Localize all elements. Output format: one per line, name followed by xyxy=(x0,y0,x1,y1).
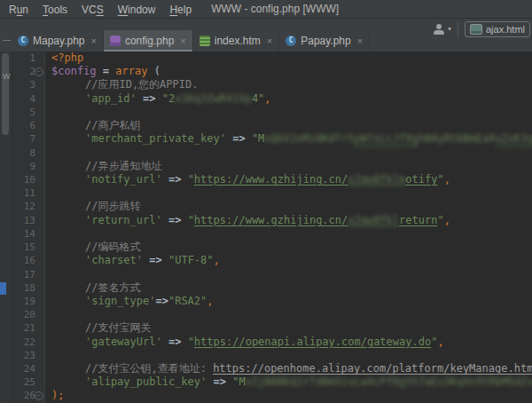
url-link[interactable]: https://www.gzhijing.cn/ xyxy=(194,173,348,186)
line-number: 9 xyxy=(12,160,35,173)
line-number: 15 xyxy=(12,241,35,254)
fold-icon[interactable]: − xyxy=(35,391,43,400)
code-editor[interactable]: W 1<?php2−$config = array (3//应用ID,您的APP… xyxy=(0,51,532,403)
line-number: 19 xyxy=(12,295,35,308)
code-segment xyxy=(162,336,168,348)
code-segment: x1Kq3ZwR41Xp xyxy=(175,92,252,105)
code-segment: 9tRbM5dZvJ xyxy=(476,375,532,388)
line-number: 12 xyxy=(12,200,35,213)
code-segment xyxy=(97,65,103,77)
menu-vcs[interactable]: VCS xyxy=(74,4,111,16)
menu-tools[interactable]: Tools xyxy=(35,4,74,16)
code-segment: => xyxy=(168,214,181,226)
code-line: 24//支付宝公钥,查看地址: https://openhome.alipay.… xyxy=(0,362,532,375)
line-number: 13 xyxy=(12,214,35,227)
code-segment: " xyxy=(188,173,194,186)
url-link[interactable]: https://openapi.alipay.com/gateway.do xyxy=(194,336,431,348)
menu-bar: RunToolsVCSWindowHelp WWW - config.php [… xyxy=(0,0,532,19)
close-icon[interactable]: × xyxy=(180,36,185,46)
code-text: 'merchant_private_key' => "MxQbV2nMz8KdT… xyxy=(85,132,532,146)
code-line: 5 xyxy=(0,106,532,119)
tab-papay-php[interactable]: CPapay.php× xyxy=(279,30,370,51)
url-link[interactable]: return xyxy=(399,214,437,226)
code-segment: , xyxy=(214,254,220,266)
code-line: 14 xyxy=(0,227,532,241)
menu-run[interactable]: Run xyxy=(2,4,35,16)
code-segment xyxy=(181,173,187,186)
code-line: 20 xyxy=(0,308,532,321)
ide-window: RunToolsVCSWindowHelp WWW - config.php [… xyxy=(0,0,532,403)
tab-label: Papay.php xyxy=(301,35,351,47)
code-segment: pW7sLcJf9g xyxy=(354,132,418,145)
code-text: //商户私钥 xyxy=(85,119,140,132)
code-text: 'notify_url' => "https://www.gzhijing.cn… xyxy=(85,173,450,186)
code-segment xyxy=(181,336,187,348)
chevron-down-icon[interactable]: ▾ xyxy=(448,26,451,33)
code-text: 'return_url' => "https://www.gzhijing.cn… xyxy=(85,214,450,227)
code-segment xyxy=(207,375,213,388)
code-segment: "M xyxy=(252,132,264,145)
url-link[interactable]: https://www.gzhijing.cn/ xyxy=(194,214,348,226)
code-segment: "RSA2" xyxy=(168,295,207,307)
code-segment: //签名方式 xyxy=(85,281,140,294)
line-number: 20 xyxy=(12,308,35,321)
code-line: 7'merchant_private_key' => "MxQbV2nMz8Kd… xyxy=(0,132,532,146)
tab-index-htm[interactable]: index.htm× xyxy=(193,30,279,51)
code-line: 3//应用ID,您的APPID. xyxy=(0,78,532,91)
code-line: 19'sign_type'=>"RSA2", xyxy=(0,295,532,308)
code-line: 22'gatewayUrl' => "https://openapi.alipa… xyxy=(0,336,532,349)
code-line: 16'charset' => "UTF-8", xyxy=(0,254,532,267)
code-line: 8 xyxy=(0,146,532,160)
code-text: 'gatewayUrl' => "https://openapi.alipay.… xyxy=(85,336,444,349)
url-link[interactable]: otify xyxy=(405,173,437,186)
line-number: 17 xyxy=(12,268,35,281)
url-link[interactable]: x2qw8fkl xyxy=(348,214,399,226)
run-configuration-box[interactable]: ajax.html xyxy=(465,21,530,37)
code-line: 4'app_id' => "2x1Kq3ZwR41Xp4", xyxy=(0,92,532,106)
close-icon[interactable]: × xyxy=(90,36,96,46)
code-line: 11 xyxy=(0,186,532,200)
code-segment: " xyxy=(188,214,194,226)
close-icon[interactable]: × xyxy=(267,36,272,46)
line-number: 8 xyxy=(12,146,35,160)
code-line: 12//同步跳转 xyxy=(0,200,532,213)
code-segment xyxy=(162,173,168,186)
tab-label: Mapay.php xyxy=(33,35,84,47)
code-line: 10'notify_url' => "https://www.gzhijing.… xyxy=(0,173,532,186)
code-segment: , xyxy=(437,336,443,348)
line-number: 18 xyxy=(12,281,35,295)
menu-window[interactable]: Window xyxy=(111,4,163,16)
tab-config-php[interactable]: config.php× xyxy=(104,30,193,51)
code-segment xyxy=(155,92,161,105)
code-text: //编码格式 xyxy=(85,241,140,254)
code-segment: => xyxy=(149,254,161,266)
fold-icon[interactable]: − xyxy=(35,67,43,76)
run-config-file-icon xyxy=(470,24,482,35)
code-line: 2−$config = array ( xyxy=(0,65,532,78)
code-text: //异步通知地址 xyxy=(85,160,161,173)
tabstrip-dash-icon: — xyxy=(3,36,11,44)
code-text: 'alipay_public_key' => "MxIjB6NkQ2rTd8mV… xyxy=(85,375,532,389)
code-line: 17 xyxy=(0,268,532,281)
tab-mapay-php[interactable]: CMapay.php× xyxy=(12,30,104,51)
line-number: 10 xyxy=(12,173,35,186)
url-link[interactable]: https://openhome.alipay.com/platform/key… xyxy=(213,362,532,375)
code-segment: 'return_url' xyxy=(85,214,162,226)
line-number: 24 xyxy=(12,362,35,375)
menu-help[interactable]: Help xyxy=(162,4,199,16)
close-icon[interactable]: × xyxy=(357,36,363,46)
code-segment: array xyxy=(115,65,147,77)
code-text: //应用ID,您的APPID. xyxy=(85,78,198,91)
tab-label: config.php xyxy=(125,35,174,47)
url-link[interactable]: x2qw8fklm xyxy=(348,173,405,186)
code-segment: "2 xyxy=(162,92,175,105)
user-profile-icon[interactable] xyxy=(434,24,444,35)
line-number: 16 xyxy=(12,254,35,267)
php-class-icon: C xyxy=(18,36,28,46)
code-segment: //应用ID,您的APPID. xyxy=(85,78,198,91)
line-number: 2 xyxy=(12,65,35,78)
code-segment: 'alipay_public_key' xyxy=(85,375,207,388)
code-segment: 4" xyxy=(252,92,264,105)
code-segment: <?php xyxy=(51,51,83,64)
line-number: 4 xyxy=(12,92,35,106)
